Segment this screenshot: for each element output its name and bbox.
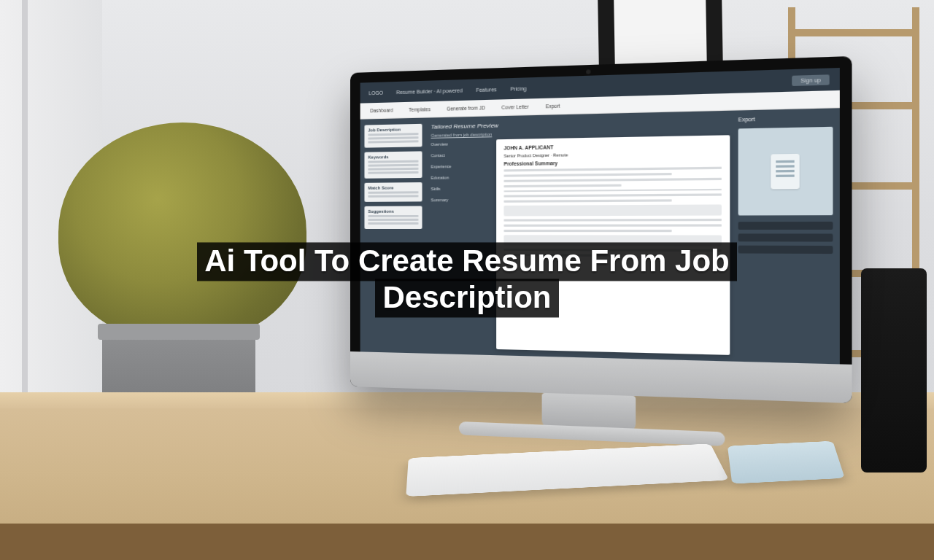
- overlay-title: Ai Tool To Create Resume From Job Descri…: [131, 243, 803, 315]
- resume-section-heading: Professional Summary: [503, 158, 722, 166]
- export-pill[interactable]: [738, 222, 833, 230]
- right-column: Export: [738, 108, 840, 364]
- nav-link[interactable]: Pricing: [510, 85, 526, 91]
- template-card[interactable]: [738, 127, 833, 216]
- resume-role: Senior Product Designer · Remote: [503, 150, 722, 158]
- side-card[interactable]: Keywords: [364, 151, 422, 178]
- brand-tagline: Resume Builder · AI powered: [396, 88, 463, 95]
- subnav-item[interactable]: Cover Letter: [501, 104, 528, 110]
- scene-photo: LOGO Resume Builder · AI powered Feature…: [0, 0, 934, 560]
- monitor-screen: LOGO Resume Builder · AI powered Feature…: [360, 68, 840, 364]
- export-pill[interactable]: [738, 233, 833, 241]
- right-title: Export: [738, 114, 833, 122]
- subnav-item[interactable]: Generate from JD: [447, 105, 485, 112]
- tab-item[interactable]: Education: [431, 174, 490, 182]
- side-card-title: Keywords: [368, 155, 418, 160]
- middle-column: Tailored Resume Preview Generated from j…: [427, 110, 738, 361]
- tab-item[interactable]: Overview: [431, 139, 490, 148]
- tab-item[interactable]: Summary: [431, 196, 490, 204]
- wall-edge: [22, 0, 28, 408]
- side-card[interactable]: Match Score: [364, 182, 422, 202]
- left-sidepanel: Job Description Keywords Match Score Sug…: [360, 118, 427, 354]
- app-body: Job Description Keywords Match Score Sug…: [360, 108, 840, 364]
- subnav-item[interactable]: Templates: [409, 106, 431, 112]
- tab-item[interactable]: Contact: [431, 151, 490, 160]
- webcam-dot: [586, 69, 590, 74]
- desk-speaker: [861, 268, 927, 472]
- overlay-title-text: Ai Tool To Create Resume From Job Descri…: [197, 242, 737, 317]
- side-card-title: Suggestions: [368, 209, 418, 214]
- brand-logo: LOGO: [368, 90, 383, 96]
- side-card-title: Match Score: [368, 185, 418, 190]
- subnav-item[interactable]: Dashboard: [370, 107, 393, 113]
- monitor: LOGO Resume Builder · AI powered Feature…: [350, 56, 852, 403]
- trackpad: [727, 441, 845, 484]
- resume-name: JOHN A. APPLICANT: [503, 141, 722, 150]
- side-card[interactable]: Suggestions: [364, 206, 422, 229]
- nav-link[interactable]: Features: [476, 87, 496, 93]
- side-card[interactable]: Job Description: [364, 124, 422, 148]
- side-card-title: Job Description: [368, 127, 418, 133]
- document-icon: [771, 154, 799, 190]
- tab-item[interactable]: Skills: [431, 184, 490, 192]
- tab-item[interactable]: Experience: [431, 162, 490, 170]
- signup-button[interactable]: Sign up: [792, 74, 830, 86]
- subnav-item[interactable]: Export: [546, 104, 560, 109]
